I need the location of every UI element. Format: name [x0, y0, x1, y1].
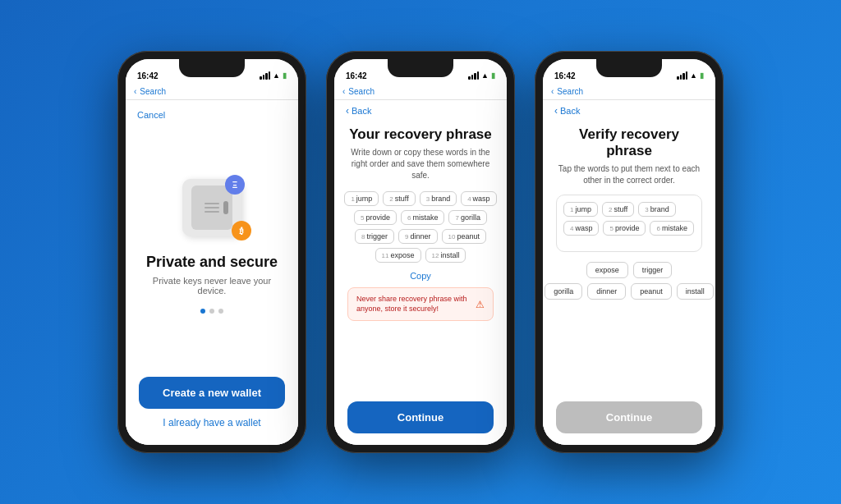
phone-screen-3: 16:42 ▲ ▮ ‹ Search ‹ Back Verify recover…	[543, 59, 715, 445]
hero-subtitle: Private keys never leave your device.	[142, 276, 282, 296]
status-icons-1: ▲ ▮	[260, 71, 287, 80]
status-icons-3: ▲ ▮	[677, 71, 704, 80]
word-2: 2stuff	[383, 191, 415, 206]
search-label-3: Search	[557, 87, 583, 96]
wifi-icon-1: ▲	[273, 71, 280, 80]
phone-screen-2: 16:42 ▲ ▮ ‹ Search ‹ Back Your recovery …	[334, 59, 507, 445]
selected-word-4[interactable]: 4wasp	[563, 221, 599, 236]
phone1-footer: Create a new wallet I already have a wal…	[126, 377, 298, 445]
word-11: 11expose	[375, 248, 421, 263]
word-option-trigger[interactable]: trigger	[633, 262, 673, 278]
dot-3	[218, 309, 223, 314]
search-bar-1: ‹ Search	[126, 85, 298, 100]
vault-illustration: Ξ ₿	[171, 175, 253, 241]
btc-coin-icon: ₿	[232, 221, 251, 241]
wifi-icon-3: ▲	[690, 71, 697, 80]
selected-word-6[interactable]: 6mistake	[650, 221, 693, 236]
word-1: 1jump	[344, 191, 379, 206]
signal-icon-1	[260, 71, 270, 80]
vault-lines	[205, 203, 219, 213]
signal-icon-2	[468, 71, 479, 80]
copy-button[interactable]: Copy	[410, 271, 431, 281]
screen-content-1: Cancel Ξ	[126, 100, 298, 445]
already-have-wallet-button[interactable]: I already have a wallet	[163, 417, 260, 428]
phone3-content: Verify recovery phrase Tap the words to …	[543, 120, 715, 401]
recovery-phrase-title: Your recovery phrase	[349, 126, 492, 143]
selected-word-3[interactable]: 3brand	[638, 202, 675, 217]
search-bar-2: ‹ Search	[334, 85, 507, 100]
phone-2: 16:42 ▲ ▮ ‹ Search ‹ Back Your recovery …	[326, 51, 515, 453]
status-icons-2: ▲ ▮	[468, 71, 495, 80]
phone2-content: Your recovery phrase Write down or copy …	[334, 120, 507, 401]
back-label-p3[interactable]: Back	[560, 106, 580, 116]
phone1-hero: Ξ ₿ Private and secure Private keys neve…	[126, 128, 298, 377]
word-12: 12install	[425, 248, 466, 263]
phone-notch-1	[179, 59, 245, 77]
phone-1: 16:42 ▲ ▮ ‹ Search Cancel	[117, 51, 306, 453]
word-9: 9dinner	[398, 229, 437, 244]
selected-word-2[interactable]: 2stuff	[602, 202, 634, 217]
warning-icon: ⚠	[476, 299, 485, 310]
continue-button-p3: Continue	[556, 401, 702, 433]
selected-word-1[interactable]: 1jump	[563, 202, 598, 217]
phrase-row-2: 5provide 6mistake 7gorilla	[354, 210, 487, 225]
verify-phrase-desc: Tap the words to put them next to each o…	[556, 163, 702, 186]
phone3-nav: ‹ Back	[543, 100, 715, 120]
word-10: 10peanut	[442, 229, 486, 244]
screen-content-3: ‹ Back Verify recovery phrase Tap the wo…	[543, 100, 715, 445]
search-label-1: Search	[140, 87, 166, 96]
battery-icon-3: ▮	[700, 71, 704, 80]
back-chevron-3: ‹	[551, 87, 554, 96]
phrase-grid: 1jump 2stuff 3brand 4wasp 5provide 6mist…	[347, 191, 494, 263]
back-chevron-p2: ‹	[346, 105, 349, 117]
word-options-row-1: expose trigger	[586, 262, 673, 278]
vault-line	[205, 203, 219, 204]
carousel-dots	[200, 309, 223, 314]
word-option-install[interactable]: install	[677, 283, 714, 300]
phone2-nav: ‹ Back	[334, 100, 507, 120]
phone-notch-2	[388, 59, 453, 77]
search-label-2: Search	[348, 87, 375, 96]
word-option-peanut[interactable]: peanut	[631, 283, 672, 300]
phone1-nav: Cancel	[126, 100, 298, 128]
battery-icon-2: ▮	[491, 71, 495, 80]
create-wallet-button[interactable]: Create a new wallet	[139, 377, 285, 409]
word-option-gorilla[interactable]: gorilla	[545, 283, 582, 300]
dot-1	[200, 309, 205, 314]
cancel-button[interactable]: Cancel	[137, 110, 165, 120]
screen-content-2: ‹ Back Your recovery phrase Write down o…	[334, 100, 507, 445]
word-option-dinner[interactable]: dinner	[587, 283, 626, 300]
phone-notch-3	[596, 59, 662, 77]
dot-2	[209, 309, 214, 314]
time-3: 16:42	[554, 71, 576, 80]
time-2: 16:42	[346, 71, 367, 80]
word-8: 8trigger	[355, 229, 394, 244]
vault-line	[205, 211, 219, 213]
phone-3: 16:42 ▲ ▮ ‹ Search ‹ Back Verify recover…	[535, 51, 724, 453]
word-options-row-2: gorilla dinner peanut install	[545, 283, 714, 300]
word-option-expose[interactable]: expose	[586, 262, 628, 278]
verify-phrase-title: Verify recovery phrase	[556, 126, 702, 159]
selected-words-area: 1jump 2stuff 3brand 4wasp 5provide 6mist…	[556, 195, 702, 252]
vault-handle	[223, 201, 228, 214]
time-1: 16:42	[137, 71, 159, 80]
back-label-p2[interactable]: Back	[352, 106, 371, 116]
back-chevron-p3: ‹	[554, 105, 558, 117]
word-4: 4wasp	[461, 191, 496, 206]
selected-word-5[interactable]: 5provide	[603, 221, 646, 236]
back-chevron-2: ‹	[342, 87, 345, 96]
word-5: 5provide	[354, 210, 397, 225]
search-bar-3: ‹ Search	[543, 85, 715, 100]
phone-screen-1: 16:42 ▲ ▮ ‹ Search Cancel	[126, 59, 298, 445]
search-back-1: ‹	[134, 87, 136, 96]
word-3: 3brand	[420, 191, 457, 206]
vault-door	[191, 186, 232, 230]
warning-box: Never share recovery phrase with anyone,…	[347, 287, 494, 321]
continue-button-p2[interactable]: Continue	[347, 401, 494, 433]
hero-title: Private and secure	[146, 254, 278, 271]
vault-line	[205, 207, 219, 208]
phrase-row-1: 1jump 2stuff 3brand 4wasp	[344, 191, 496, 206]
phone2-footer: Continue	[334, 401, 507, 445]
word-6: 6mistake	[401, 210, 444, 225]
word-options-area: expose trigger gorilla dinner peanut ins…	[556, 262, 702, 300]
